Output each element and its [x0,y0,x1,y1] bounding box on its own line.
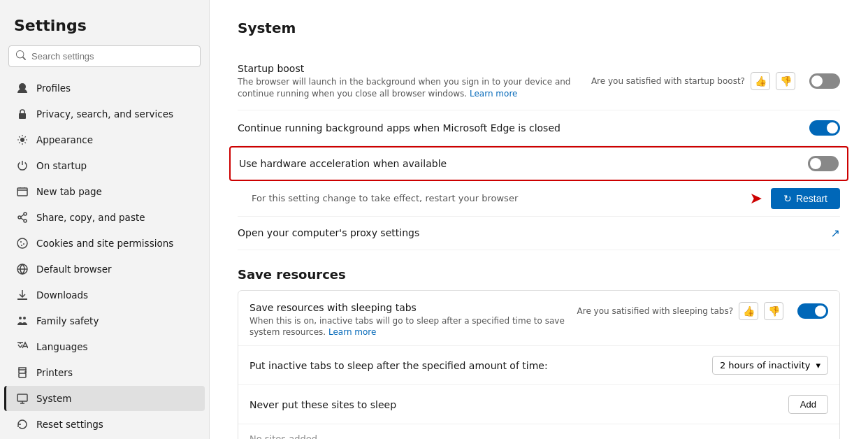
background-apps-label: Continue running background apps when Mi… [238,122,809,134]
sidebar-label-privacy: Privacy, search, and services [36,108,173,120]
search-box[interactable] [8,45,201,67]
resource-card: Save resources with sleeping tabs When t… [238,290,840,439]
sleeping-tabs-thumbup[interactable]: 👍 [739,302,758,320]
startup-boost-desc: The browser will launch in the backgroun… [238,76,591,100]
sidebar-label-downloads: Downloads [36,289,88,301]
sidebar-label-default: Default browser [36,264,112,275]
newtab-icon [15,185,29,199]
power-icon [15,159,29,173]
sleeping-tabs-feedback-text: Are you satisified with sleeping tabs? [577,306,733,316]
lock-icon [15,107,29,121]
background-apps-row: Continue running background apps when Mi… [238,110,840,146]
restart-button[interactable]: ↻ Restart [771,188,840,209]
sidebar-label-startup: On startup [36,160,87,171]
sidebar-label-printers: Printers [36,367,73,378]
sidebar-item-reset[interactable]: Reset settings [4,412,205,437]
chevron-down-icon: ▾ [816,360,820,370]
svg-point-5 [18,216,21,219]
restart-button-label: Restart [796,193,827,204]
svg-rect-14 [19,373,26,377]
svg-point-12 [19,317,22,319]
sidebar-label-system: System [36,393,71,404]
svg-rect-1 [19,113,26,119]
reset-icon [15,417,29,431]
startup-boost-label: Startup boost [238,63,591,74]
startup-boost-feedback: Are you satisfied with startup boost? 👍 … [591,72,795,90]
page-title: System [238,20,840,36]
sidebar: Settings Profiles Privacy, search, and s… [0,0,210,439]
sidebar-label-languages: Languages [36,341,88,352]
sleeping-tabs-toggle[interactable] [797,303,828,319]
sidebar-item-cookies[interactable]: Cookies and site permissions [4,231,205,256]
sidebar-item-appearance[interactable]: Appearance [4,127,205,152]
printer-icon [15,366,29,380]
svg-point-6 [24,220,27,222]
sleep-timer-value: 2 hours of inactivity [720,360,811,370]
share-icon [15,210,29,224]
sleeping-tabs-label: Save resources with sleeping tabs [249,302,577,313]
svg-point-4 [24,213,27,215]
svg-point-2 [20,138,24,142]
arrow-right-icon: ➤ [749,189,762,207]
download-icon [15,288,29,302]
sidebar-label-newtab: New tab page [36,186,102,197]
sleep-timer-dropdown[interactable]: 2 hours of inactivity ▾ [712,356,828,375]
startup-boost-thumbup[interactable]: 👍 [751,72,770,90]
sidebar-item-system[interactable]: System [4,386,205,411]
startup-boost-feedback-text: Are you satisfied with startup boost? [591,76,745,86]
svg-point-9 [23,243,24,245]
restart-refresh-icon: ↻ [783,193,792,204]
sleeping-tabs-thumbdown[interactable]: 👎 [764,302,783,320]
add-site-button[interactable]: Add [788,395,828,414]
appearance-icon [15,133,29,147]
sidebar-item-newtab[interactable]: New tab page [4,179,205,204]
search-input[interactable] [31,51,193,62]
sidebar-item-default[interactable]: Default browser [4,257,205,282]
no-sites-row: No sites added [238,424,839,439]
no-sites-label: No sites added [249,433,317,439]
svg-point-10 [21,245,22,246]
save-resources-title: Save resources [238,267,840,282]
startup-boost-learn-more[interactable]: Learn more [470,89,517,99]
svg-point-15 [25,372,26,373]
sidebar-item-printers[interactable]: Printers [4,360,205,385]
sleeping-tabs-header: Save resources with sleeping tabs When t… [238,291,839,347]
hardware-acceleration-row: Use hardware acceleration when available [229,146,848,181]
startup-boost-thumbdown[interactable]: 👎 [776,72,795,90]
profile-icon [15,81,29,95]
browser-icon [15,262,29,276]
sidebar-item-startup[interactable]: On startup [4,153,205,178]
app-title: Settings [0,11,209,45]
sidebar-label-share: Share, copy, and paste [36,212,145,223]
sidebar-item-privacy[interactable]: Privacy, search, and services [4,101,205,127]
sleep-timer-row: Put inactive tabs to sleep after the spe… [238,346,839,385]
sleeping-tabs-feedback: Are you satisified with sleeping tabs? 👍… [577,302,783,320]
sidebar-item-profiles[interactable]: Profiles [4,75,205,101]
startup-boost-toggle[interactable] [809,73,840,89]
background-apps-toggle[interactable] [809,120,840,136]
sidebar-label-profiles: Profiles [36,82,71,94]
proxy-row: Open your computer's proxy settings ↗ [238,217,840,250]
sidebar-item-family[interactable]: Family safety [4,308,205,333]
hardware-acceleration-toggle[interactable] [808,156,839,171]
svg-point-7 [17,238,27,248]
startup-boost-row: Startup boost The browser will launch in… [238,53,840,110]
sidebar-item-downloads[interactable]: Downloads [4,282,205,308]
system-icon [15,391,29,405]
never-sleep-label: Never put these sites to sleep [249,399,396,410]
sidebar-item-share[interactable]: Share, copy, and paste [4,205,205,230]
sidebar-item-languages[interactable]: Languages [4,334,205,359]
family-icon [15,314,29,328]
restart-row: For this setting change to take effect, … [238,181,840,217]
sleeping-tabs-learn-more[interactable]: Learn more [328,327,376,337]
svg-point-8 [20,241,22,243]
sidebar-label-family: Family safety [36,315,99,326]
search-icon [16,50,26,62]
svg-point-13 [23,317,26,319]
sidebar-label-reset: Reset settings [36,419,103,430]
language-icon [15,340,29,354]
external-link-icon[interactable]: ↗ [831,226,840,240]
hardware-acceleration-label: Use hardware acceleration when available [239,158,808,169]
main-content: System Startup boost The browser will la… [210,0,868,439]
proxy-label: Open your computer's proxy settings [238,227,831,238]
